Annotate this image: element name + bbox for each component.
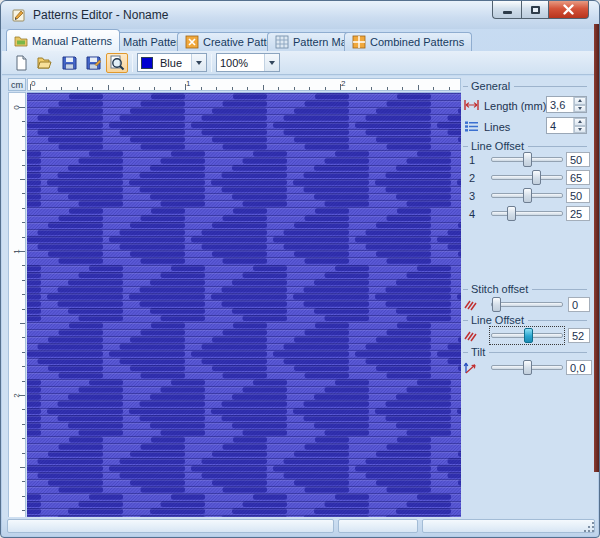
lines-spin-up[interactable] [574,118,586,126]
color-swatch [141,57,153,69]
line-offset-value-4[interactable]: 25 [566,206,590,221]
minimize-icon [503,11,512,14]
slider-thumb[interactable] [523,360,532,375]
window-controls [492,1,589,19]
zoom-select[interactable]: 100% [216,53,280,72]
length-spin-up[interactable] [574,97,586,105]
chevron-down-icon[interactable] [264,54,279,71]
line-offset-row-label: 4 [463,208,475,220]
slider-track[interactable] [491,302,563,307]
pattern-canvas[interactable] [27,92,461,522]
status-bar [2,517,598,536]
horizontal-ruler: 012 [27,78,461,91]
toolbar-separator [211,54,212,72]
stitch-offset-hatch-icon [463,297,480,312]
length-value[interactable]: 3,6 [547,97,573,112]
line-offset2-group-header: Line Offset [463,314,587,326]
line-offset2-value[interactable]: 52 [568,328,590,343]
window-frame-edge [594,24,599,472]
tab-bar: Manual Patterns Math Patterns Creative P… [1,29,599,51]
slider-track[interactable] [491,175,563,180]
line-offset-row-label: 2 [463,172,475,184]
tilt-group-header: Tilt [463,346,587,358]
slider-thumb[interactable] [524,328,533,343]
length-spin-down[interactable] [574,105,586,113]
toolbar-separator [132,54,133,72]
tab-label: Combined Patterns [370,36,464,48]
minimize-button[interactable] [492,1,521,19]
save-as-button[interactable] [82,53,104,73]
manual-patterns-icon [14,34,28,48]
window-title: Patterns Editor - Noname [33,8,168,22]
ruler-unit-label: cm [8,78,26,91]
app-window: Patterns Editor - Noname Manual Patterns [0,0,600,538]
workspace: cm 012 012 General Length (mm) 3,6 [2,76,598,517]
settings-panel: General Length (mm) 3,6 [461,76,596,517]
tilt-slider[interactable] [491,360,563,375]
save-icon [62,55,77,70]
color-select-value: Blue [157,57,191,69]
general-group-header: General [463,80,587,92]
main-toolbar: Blue 100% [2,51,598,75]
save-button[interactable] [58,53,80,73]
close-button[interactable] [549,1,589,19]
maximize-button[interactable] [521,1,549,19]
length-input[interactable]: 3,6 [546,96,587,113]
tab-combined-patterns[interactable]: Combined Patterns [344,32,472,51]
status-panel-1 [7,519,334,533]
app-icon [11,7,27,23]
line-offset-value-3[interactable]: 50 [566,188,590,203]
line-offset-value-2[interactable]: 65 [566,170,590,185]
tab-label: Manual Patterns [32,35,112,47]
slider-thumb[interactable] [523,188,532,203]
slider-thumb[interactable] [523,152,532,167]
tilt-icon [463,360,480,375]
title-bar: Patterns Editor - Noname [1,1,599,29]
new-document-icon [14,55,29,71]
vertical-ruler: 012 [8,92,26,522]
preview-button[interactable] [106,53,128,73]
resize-grip[interactable] [585,523,594,532]
length-icon [463,98,480,113]
close-icon [563,4,574,15]
save-as-icon [86,55,101,70]
line-offset2-slider[interactable] [491,328,563,343]
creative-patterns-icon [185,35,199,49]
line-offset-slider-1[interactable] [491,152,563,167]
stitch-offset-group-header: Stitch offset [463,283,587,295]
open-folder-icon [37,55,54,70]
chevron-down-icon[interactable] [191,54,206,71]
maximize-icon [531,6,540,14]
slider-thumb[interactable] [532,170,541,185]
magnifier-icon [109,55,125,71]
line-offset-slider-2[interactable] [491,170,563,185]
line-offset-row-label: 3 [463,190,475,202]
stitch-offset-slider[interactable] [491,297,563,312]
new-button[interactable] [10,53,32,73]
lines-label: Lines [480,121,510,133]
slider-thumb[interactable] [507,206,516,221]
status-panel-3 [422,519,595,533]
line-offset-row-label: 1 [463,154,475,166]
lines-icon [463,119,480,134]
slider-thumb[interactable] [492,297,501,312]
line-offset-value-1[interactable]: 50 [566,152,590,167]
lines-spin-down[interactable] [574,126,586,134]
lines-value[interactable]: 4 [547,118,573,133]
line-offset-slider-3[interactable] [491,188,563,203]
tilt-value[interactable]: 0,0 [566,360,592,375]
slider-track[interactable] [491,211,563,216]
zoom-select-value: 100% [217,57,264,69]
combined-patterns-icon [352,35,366,49]
line-offset-slider-4[interactable] [491,206,563,221]
tab-manual-patterns[interactable]: Manual Patterns [6,29,120,51]
open-button[interactable] [34,53,56,73]
lines-input[interactable]: 4 [546,117,587,134]
status-panel-2 [338,519,418,533]
pattern-color-select[interactable]: Blue [137,53,207,72]
line-offset-hatch-icon [463,328,480,343]
pattern-masks-icon [275,35,289,49]
length-label: Length (mm) [480,100,546,112]
stitch-offset-value[interactable]: 0 [568,297,590,312]
